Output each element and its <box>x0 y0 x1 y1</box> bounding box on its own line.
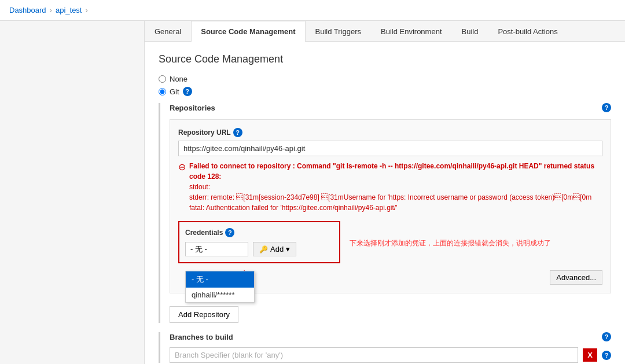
repo-url-field-group: Repository URL ? ⊖ Failed to connect to … <box>170 119 611 293</box>
sidebar <box>0 21 145 364</box>
add-credentials-button[interactable]: 🔑 Add ▾ <box>253 242 296 256</box>
radio-none[interactable] <box>159 75 166 83</box>
repositories-help-icon[interactable]: ? <box>602 103 611 112</box>
main-content: General Source Code Management Build Tri… <box>145 21 625 364</box>
hint-container: 下来选择刚才添加的凭证，上面的连接报错就会消失，说明成功了 <box>350 221 551 248</box>
radio-none-label: None <box>170 75 188 83</box>
tab-build-environment[interactable]: Build Environment <box>371 21 452 42</box>
credentials-select[interactable]: - 无 - qinhaili/****** <box>185 242 248 256</box>
breadcrumb-dashboard[interactable]: Dashboard <box>9 6 46 14</box>
radio-git-label: Git <box>170 87 179 96</box>
radio-none-item[interactable]: None <box>159 75 611 83</box>
advanced-button[interactable]: Advanced... <box>550 270 602 285</box>
error-message-main: Failed to connect to repository : Comman… <box>189 162 594 181</box>
add-repository-button[interactable]: Add Repository <box>170 306 238 323</box>
credentials-controls: - 无 - qinhaili/****** - 无 - qinhaili/***… <box>185 242 333 256</box>
breadcrumb: Dashboard › api_test › <box>0 0 625 21</box>
git-help-icon[interactable]: ? <box>183 87 192 96</box>
page-title: Source Code Management <box>159 53 611 65</box>
hint-text: 下来选择刚才添加的凭证，上面的连接报错就会消失，说明成功了 <box>350 238 551 248</box>
branches-help-icon[interactable]: ? <box>602 332 611 341</box>
credentials-dropdown[interactable]: - 无 - qinhaili/****** <box>185 271 255 303</box>
credentials-row-outer: Credentials ? - 无 - qinhaili/****** <box>178 221 602 263</box>
scm-radio-group: None Git ? <box>159 75 611 96</box>
error-text: Failed to connect to repository : Comman… <box>189 161 602 213</box>
tab-source-code-management[interactable]: Source Code Management <box>191 21 305 42</box>
tab-build-triggers[interactable]: Build Triggers <box>306 21 371 42</box>
key-icon: 🔑 <box>259 245 268 253</box>
tab-general[interactable]: General <box>145 21 191 42</box>
radio-git[interactable] <box>159 88 166 95</box>
error-box: ⊖ Failed to connect to repository : Comm… <box>178 161 602 213</box>
breadcrumb-project[interactable]: api_test <box>56 6 82 14</box>
repositories-section: Repositories ? Repository URL ? ⊖ Failed… <box>159 103 611 323</box>
tab-bar: General Source Code Management Build Tri… <box>145 21 625 42</box>
error-stdout-label: stdout: <box>189 183 210 191</box>
repositories-title: Repositories <box>170 104 215 112</box>
branch-input-row: X ? <box>170 347 611 363</box>
breadcrumb-sep2: › <box>86 6 88 14</box>
branches-title: Branches to build <box>170 333 233 341</box>
branch-specifier-input[interactable] <box>170 347 578 363</box>
breadcrumb-sep1: › <box>50 6 52 14</box>
credentials-select-wrapper: - 无 - qinhaili/****** <box>185 242 248 256</box>
content-area: Source Code Management None Git ? Reposi… <box>145 42 625 364</box>
tab-post-build-actions[interactable]: Post-build Actions <box>488 21 567 42</box>
credentials-bordered-box: Credentials ? - 无 - qinhaili/****** <box>178 221 340 263</box>
error-icon: ⊖ <box>178 161 186 172</box>
dropdown-item-none[interactable]: - 无 - <box>186 271 254 288</box>
branches-section: Branches to build ? X ? <box>159 332 611 363</box>
delete-branch-button[interactable]: X <box>583 348 597 362</box>
add-btn-label: Add <box>270 245 284 253</box>
repo-url-label: Repository URL ? <box>178 128 602 137</box>
tab-build[interactable]: Build <box>452 21 488 42</box>
add-caret-icon: ▾ <box>286 245 290 253</box>
credentials-label: Credentials ? <box>185 228 333 237</box>
repo-url-help-icon[interactable]: ? <box>233 128 242 137</box>
branches-header: Branches to build ? <box>170 332 611 341</box>
branch-input-help-icon[interactable]: ? <box>602 351 611 360</box>
error-detail: stderr: remote: [31m[session-234d7e98] … <box>189 193 591 212</box>
repositories-header: Repositories ? <box>170 103 611 112</box>
dropdown-item-user[interactable]: qinhaili/****** <box>186 288 254 302</box>
main-layout: General Source Code Management Build Tri… <box>0 21 625 364</box>
radio-git-item[interactable]: Git ? <box>159 87 611 96</box>
repo-url-input[interactable] <box>178 141 602 156</box>
credentials-help-icon[interactable]: ? <box>225 228 234 237</box>
